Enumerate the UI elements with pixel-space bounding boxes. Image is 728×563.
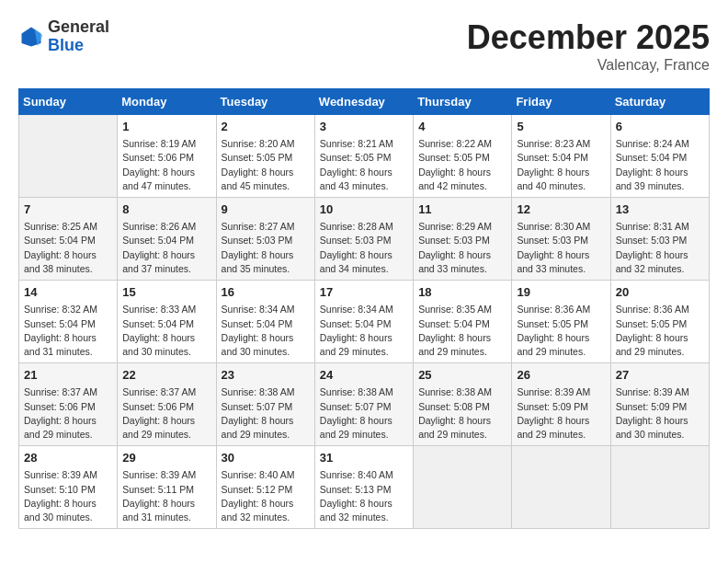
calendar-cell: 17Sunrise: 8:34 AM Sunset: 5:04 PM Dayli…	[314, 281, 413, 363]
calendar-cell	[414, 446, 512, 529]
calendar-col-wednesday: Wednesday	[314, 89, 413, 115]
day-info: Sunrise: 8:20 AM Sunset: 5:05 PM Dayligh…	[222, 137, 310, 193]
day-number: 28	[24, 450, 112, 466]
day-number: 1	[122, 119, 210, 135]
calendar-cell: 23Sunrise: 8:38 AM Sunset: 5:07 PM Dayli…	[216, 363, 314, 446]
day-number: 14	[24, 284, 112, 301]
day-info: Sunrise: 8:29 AM Sunset: 5:03 PM Dayligh…	[418, 220, 506, 276]
day-info: Sunrise: 8:30 AM Sunset: 5:03 PM Dayligh…	[517, 220, 605, 276]
title-block: December 2025 Valencay, France	[467, 18, 710, 74]
calendar-cell: 3Sunrise: 8:21 AM Sunset: 5:05 PM Daylig…	[314, 115, 413, 198]
calendar-cell: 20Sunrise: 8:36 AM Sunset: 5:05 PM Dayli…	[610, 281, 709, 363]
calendar-cell: 8Sunrise: 8:26 AM Sunset: 5:04 PM Daylig…	[118, 198, 216, 281]
day-number: 6	[616, 119, 704, 135]
calendar-cell: 12Sunrise: 8:30 AM Sunset: 5:03 PM Dayli…	[512, 198, 610, 281]
day-info: Sunrise: 8:40 AM Sunset: 5:12 PM Dayligh…	[222, 468, 310, 524]
day-number: 30	[222, 450, 310, 466]
calendar-cell: 2Sunrise: 8:20 AM Sunset: 5:05 PM Daylig…	[216, 115, 314, 198]
day-info: Sunrise: 8:39 AM Sunset: 5:10 PM Dayligh…	[24, 468, 112, 524]
calendar-cell	[19, 115, 118, 198]
day-number: 10	[320, 201, 408, 218]
calendar-week-row: 1Sunrise: 8:19 AM Sunset: 5:06 PM Daylig…	[19, 115, 710, 198]
day-info: Sunrise: 8:40 AM Sunset: 5:13 PM Dayligh…	[320, 468, 408, 524]
calendar-cell	[610, 446, 709, 529]
calendar-cell: 28Sunrise: 8:39 AM Sunset: 5:10 PM Dayli…	[19, 446, 118, 529]
day-info: Sunrise: 8:26 AM Sunset: 5:04 PM Dayligh…	[122, 220, 210, 276]
day-info: Sunrise: 8:33 AM Sunset: 5:04 PM Dayligh…	[122, 303, 210, 359]
day-number: 20	[616, 284, 704, 301]
day-number: 19	[517, 284, 605, 301]
day-info: Sunrise: 8:21 AM Sunset: 5:05 PM Dayligh…	[320, 137, 408, 193]
day-number: 31	[320, 450, 408, 466]
logo-text: General Blue	[48, 18, 109, 55]
day-number: 11	[418, 201, 506, 218]
day-info: Sunrise: 8:19 AM Sunset: 5:06 PM Dayligh…	[122, 137, 210, 193]
day-info: Sunrise: 8:38 AM Sunset: 5:08 PM Dayligh…	[418, 385, 506, 442]
day-info: Sunrise: 8:36 AM Sunset: 5:05 PM Dayligh…	[517, 303, 605, 359]
day-number: 5	[517, 119, 605, 135]
calendar-cell: 11Sunrise: 8:29 AM Sunset: 5:03 PM Dayli…	[414, 198, 512, 281]
calendar-cell: 15Sunrise: 8:33 AM Sunset: 5:04 PM Dayli…	[118, 281, 216, 363]
day-info: Sunrise: 8:23 AM Sunset: 5:04 PM Dayligh…	[517, 137, 605, 193]
calendar-cell: 21Sunrise: 8:37 AM Sunset: 5:06 PM Dayli…	[19, 363, 118, 446]
calendar-cell: 30Sunrise: 8:40 AM Sunset: 5:12 PM Dayli…	[216, 446, 314, 529]
logo-general: General	[48, 18, 109, 37]
day-number: 16	[222, 284, 310, 301]
day-info: Sunrise: 8:34 AM Sunset: 5:04 PM Dayligh…	[222, 303, 310, 359]
calendar-cell: 19Sunrise: 8:36 AM Sunset: 5:05 PM Dayli…	[512, 281, 610, 363]
day-number: 22	[122, 367, 210, 384]
calendar-cell: 18Sunrise: 8:35 AM Sunset: 5:04 PM Dayli…	[414, 281, 512, 363]
day-number: 29	[122, 450, 210, 466]
day-info: Sunrise: 8:37 AM Sunset: 5:06 PM Dayligh…	[24, 385, 112, 442]
calendar-cell: 5Sunrise: 8:23 AM Sunset: 5:04 PM Daylig…	[512, 115, 610, 198]
day-info: Sunrise: 8:37 AM Sunset: 5:06 PM Dayligh…	[122, 385, 210, 442]
calendar-cell: 27Sunrise: 8:39 AM Sunset: 5:09 PM Dayli…	[610, 363, 709, 446]
day-info: Sunrise: 8:35 AM Sunset: 5:04 PM Dayligh…	[418, 303, 506, 359]
calendar-table: SundayMondayTuesdayWednesdayThursdayFrid…	[18, 88, 710, 529]
day-info: Sunrise: 8:24 AM Sunset: 5:04 PM Dayligh…	[616, 137, 704, 193]
calendar-cell: 6Sunrise: 8:24 AM Sunset: 5:04 PM Daylig…	[610, 115, 709, 198]
day-info: Sunrise: 8:32 AM Sunset: 5:04 PM Dayligh…	[24, 303, 112, 359]
calendar-week-row: 7Sunrise: 8:25 AM Sunset: 5:04 PM Daylig…	[19, 198, 710, 281]
day-info: Sunrise: 8:38 AM Sunset: 5:07 PM Dayligh…	[320, 385, 408, 442]
day-number: 25	[418, 367, 506, 384]
calendar-header-row: SundayMondayTuesdayWednesdayThursdayFrid…	[19, 89, 710, 115]
day-number: 9	[222, 201, 310, 218]
calendar-week-row: 28Sunrise: 8:39 AM Sunset: 5:10 PM Dayli…	[19, 446, 710, 529]
day-info: Sunrise: 8:27 AM Sunset: 5:03 PM Dayligh…	[222, 220, 310, 276]
calendar-cell: 9Sunrise: 8:27 AM Sunset: 5:03 PM Daylig…	[216, 198, 314, 281]
calendar-col-monday: Monday	[118, 89, 216, 115]
day-number: 2	[222, 119, 310, 135]
calendar-cell: 26Sunrise: 8:39 AM Sunset: 5:09 PM Dayli…	[512, 363, 610, 446]
day-number: 4	[418, 119, 506, 135]
calendar-col-sunday: Sunday	[19, 89, 118, 115]
day-number: 18	[418, 284, 506, 301]
calendar-cell: 22Sunrise: 8:37 AM Sunset: 5:06 PM Dayli…	[118, 363, 216, 446]
calendar-col-thursday: Thursday	[414, 89, 512, 115]
page-header: General Blue December 2025 Valencay, Fra…	[18, 18, 710, 74]
calendar-col-saturday: Saturday	[610, 89, 709, 115]
day-number: 3	[320, 119, 408, 135]
day-info: Sunrise: 8:39 AM Sunset: 5:09 PM Dayligh…	[517, 385, 605, 442]
location: Valencay, France	[467, 57, 710, 74]
day-info: Sunrise: 8:39 AM Sunset: 5:09 PM Dayligh…	[616, 385, 704, 442]
day-number: 23	[222, 367, 310, 384]
calendar-cell: 24Sunrise: 8:38 AM Sunset: 5:07 PM Dayli…	[314, 363, 413, 446]
day-number: 17	[320, 284, 408, 301]
day-info: Sunrise: 8:28 AM Sunset: 5:03 PM Dayligh…	[320, 220, 408, 276]
day-number: 8	[122, 201, 210, 218]
calendar-cell: 25Sunrise: 8:38 AM Sunset: 5:08 PM Dayli…	[414, 363, 512, 446]
calendar-week-row: 21Sunrise: 8:37 AM Sunset: 5:06 PM Dayli…	[19, 363, 710, 446]
day-number: 26	[517, 367, 605, 384]
calendar-cell: 16Sunrise: 8:34 AM Sunset: 5:04 PM Dayli…	[216, 281, 314, 363]
calendar-cell: 7Sunrise: 8:25 AM Sunset: 5:04 PM Daylig…	[19, 198, 118, 281]
day-number: 7	[24, 201, 112, 218]
logo-icon	[18, 24, 44, 50]
day-number: 24	[320, 367, 408, 384]
calendar-week-row: 14Sunrise: 8:32 AM Sunset: 5:04 PM Dayli…	[19, 281, 710, 363]
calendar-cell: 13Sunrise: 8:31 AM Sunset: 5:03 PM Dayli…	[610, 198, 709, 281]
calendar-cell: 29Sunrise: 8:39 AM Sunset: 5:11 PM Dayli…	[118, 446, 216, 529]
calendar-cell: 14Sunrise: 8:32 AM Sunset: 5:04 PM Dayli…	[19, 281, 118, 363]
logo-blue: Blue	[48, 37, 109, 55]
day-number: 15	[122, 284, 210, 301]
